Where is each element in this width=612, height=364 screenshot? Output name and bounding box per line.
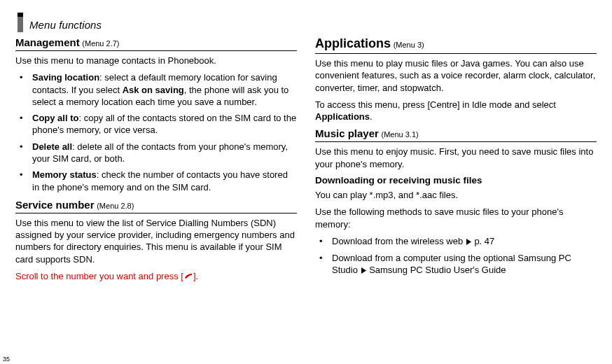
bullet-download-web: Download from the wireless web p. 47 (315, 235, 597, 248)
bullet-memory-status: Memory status: check the number of conta… (15, 169, 297, 193)
page-header: Menu functions (15, 13, 597, 32)
bullet-term: Saving location (32, 72, 99, 83)
music-player-section: Music player (Menu 3.1) Use this menu to… (315, 127, 597, 170)
action-text-post: ]. (193, 271, 198, 281)
page-number: 35 (3, 356, 10, 363)
service-number-action: Scroll to the number you want and press … (15, 270, 297, 283)
applications-p2: To access this menu, press [Centre] in I… (315, 99, 597, 123)
triangle-right-icon (466, 236, 472, 248)
service-number-menu-tag: (Menu 2.8) (97, 202, 134, 210)
bullet-download-pc: Download from a computer using the optio… (315, 252, 597, 277)
bullet-saving-location: Saving location: select a default memory… (15, 71, 297, 108)
downloading-p1: You can play *.mp3, and *.aac files. (315, 189, 597, 201)
bullet-post: p. 47 (474, 236, 494, 246)
service-number-intro: Use this menu to view the list of Servic… (15, 217, 297, 265)
bullet-bold-mid: Ask on saving (123, 85, 184, 95)
header-marker-icon (15, 13, 25, 32)
bullet-pre: Download from the wireless web (332, 236, 463, 246)
left-column: Management (Menu 2.7) Use this menu to m… (15, 36, 297, 288)
p2-text-a: To access this menu, press [Centre] in I… (315, 99, 556, 110)
bullet-term: Copy all to (32, 113, 78, 123)
bullet-post: Samsung PC Studio User's Guide (369, 265, 506, 275)
management-section: Management (Menu 2.7) Use this menu to m… (15, 36, 297, 193)
section-rule (315, 141, 597, 142)
p2-bold: Applications (315, 111, 370, 122)
applications-menu-tag: (Menu 3) (394, 41, 424, 49)
action-text-pre: Scroll to the number you want and press … (15, 271, 183, 281)
music-player-menu-tag: (Menu 3.1) (382, 130, 419, 139)
applications-p1: Use this menu to play music files or Jav… (315, 57, 597, 94)
applications-section: Applications (Menu 3) Use this menu to p… (315, 36, 597, 122)
bullet-delete-all: Delete all: delete all of the contacts f… (15, 141, 297, 165)
downloading-section: Downloading or receiving music files You… (315, 175, 597, 277)
section-rule (315, 53, 597, 54)
triangle-right-icon (361, 265, 367, 276)
downloading-p2: Use the following methods to save music … (315, 206, 597, 230)
section-rule (15, 50, 297, 51)
music-player-intro: Use this menu to enjoy music. First, you… (315, 146, 597, 170)
management-bullets: Saving location: select a default memory… (15, 71, 297, 193)
management-intro: Use this menu to manage contacts in Phon… (15, 55, 297, 66)
breadcrumb: Menu functions (29, 15, 102, 31)
section-rule (15, 213, 297, 214)
bullet-copy-all-to: Copy all to: copy all of the contacts st… (15, 112, 297, 136)
downloading-bullets: Download from the wireless web p. 47 Dow… (315, 235, 597, 277)
right-column: Applications (Menu 3) Use this menu to p… (315, 36, 597, 288)
bullet-term: Memory status (32, 169, 97, 180)
service-number-section: Service number (Menu 2.8) Use this menu … (15, 199, 297, 283)
service-number-title: Service number (15, 199, 95, 211)
music-player-title: Music player (315, 127, 379, 139)
call-icon (183, 271, 193, 283)
p2-text-b: . (370, 111, 373, 122)
management-menu-tag: (Menu 2.7) (82, 39, 119, 48)
management-title: Management (15, 36, 80, 48)
downloading-title: Downloading or receiving music files (315, 175, 597, 186)
bullet-term: Delete all (32, 141, 72, 152)
applications-title: Applications (315, 36, 391, 50)
content-columns: Management (Menu 2.7) Use this menu to m… (15, 36, 597, 288)
